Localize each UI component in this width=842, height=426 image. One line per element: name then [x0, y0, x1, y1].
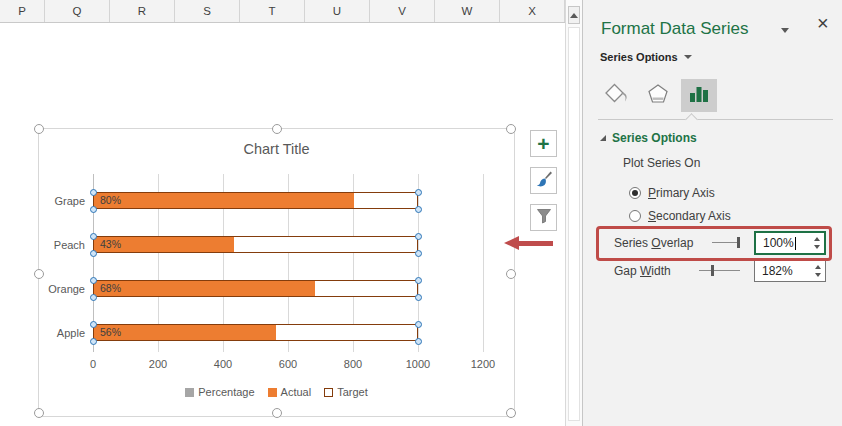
- secondary-axis-label: Secondary Axis: [648, 209, 731, 223]
- secondary-axis-option[interactable]: Secondary Axis: [629, 209, 731, 223]
- chart-selection-handle[interactable]: [34, 124, 44, 134]
- spin-down-icon[interactable]: [815, 273, 821, 277]
- category-axis-label: Apple: [39, 325, 85, 341]
- tab-fill-line[interactable]: [599, 79, 635, 112]
- chart-selection-handle[interactable]: [34, 269, 44, 279]
- spin-up-icon[interactable]: [815, 265, 821, 269]
- pane-tabs: [599, 79, 717, 112]
- legend-item[interactable]: Target: [324, 386, 368, 398]
- axis-tick-label: 600: [266, 358, 310, 370]
- chart-title[interactable]: Chart Title: [39, 141, 514, 157]
- series-overlap-input[interactable]: 100%: [754, 231, 826, 255]
- chart-styles-button[interactable]: [530, 167, 557, 194]
- bar-selection-handle[interactable]: [90, 233, 97, 240]
- chart-selection-handle[interactable]: [506, 408, 516, 418]
- chart-selection-handle[interactable]: [272, 408, 282, 418]
- text-cursor: [795, 237, 796, 250]
- actual-bar[interactable]: [94, 193, 354, 208]
- bar-selection-handle[interactable]: [90, 277, 97, 284]
- column-header[interactable]: Q: [45, 0, 110, 22]
- chart-filters-button[interactable]: [530, 204, 557, 231]
- gap-width-label: Gap Width: [614, 264, 671, 278]
- data-label: 68%: [100, 281, 121, 296]
- gap-width-input[interactable]: 182%: [754, 259, 826, 282]
- bar-selection-handle[interactable]: [90, 294, 97, 301]
- pane-close-button[interactable]: ×: [817, 13, 829, 33]
- pane-title-dropdown-icon[interactable]: [781, 28, 789, 33]
- bar-selection-handle[interactable]: [415, 250, 422, 257]
- bar-selection-handle[interactable]: [415, 338, 422, 345]
- chart-selection-handle[interactable]: [34, 408, 44, 418]
- axis-tick-label: 0: [71, 358, 115, 370]
- column-header[interactable]: T: [240, 0, 305, 22]
- chart-selection-handle[interactable]: [506, 269, 516, 279]
- gap-width-spinner[interactable]: [815, 260, 821, 281]
- scroll-up-button[interactable]: [568, 6, 580, 24]
- vertical-scrollbar[interactable]: [565, 0, 582, 426]
- target-bar[interactable]: 68%: [93, 280, 418, 297]
- column-header[interactable]: R: [110, 0, 175, 22]
- spin-up-icon[interactable]: [814, 237, 820, 241]
- bar-selection-handle[interactable]: [415, 294, 422, 301]
- pane-title: Format Data Series: [601, 19, 753, 43]
- primary-axis-option[interactable]: Primary Axis: [629, 186, 715, 200]
- paintbrush-icon: [535, 170, 553, 192]
- plot-area[interactable]: 020040060080010001200Grape80%Peach43%Ora…: [93, 174, 483, 352]
- gap-width-slider-handle[interactable]: [711, 265, 714, 276]
- column-header[interactable]: W: [435, 0, 500, 22]
- axis-tick-label: 800: [331, 358, 375, 370]
- legend-item[interactable]: Percentage: [185, 386, 254, 398]
- bar-selection-handle[interactable]: [415, 277, 422, 284]
- legend-item[interactable]: Actual: [268, 386, 312, 398]
- bar-selection-handle[interactable]: [415, 206, 422, 213]
- bar-selection-handle[interactable]: [415, 321, 422, 328]
- bar-selection-handle[interactable]: [415, 189, 422, 196]
- column-header[interactable]: V: [370, 0, 435, 22]
- radio-button-icon[interactable]: [629, 210, 641, 222]
- axis-tick-label: 400: [201, 358, 245, 370]
- series-options-section-header[interactable]: Series Options: [600, 131, 697, 145]
- scrollbar-track[interactable]: [568, 27, 580, 421]
- actual-bar[interactable]: [94, 325, 276, 340]
- funnel-icon: [535, 207, 553, 229]
- bar-selection-handle[interactable]: [90, 321, 97, 328]
- column-header[interactable]: U: [305, 0, 370, 22]
- gap-width-slider[interactable]: [699, 270, 740, 271]
- bar-selection-handle[interactable]: [90, 338, 97, 345]
- gap-width-value: 182%: [762, 264, 793, 278]
- tab-effects[interactable]: [640, 79, 676, 112]
- tab-pointer-notch: [685, 113, 698, 126]
- column-headers: PQRSTUVWX: [0, 0, 565, 23]
- target-bar[interactable]: 56%: [93, 324, 418, 341]
- gridline: [483, 174, 484, 352]
- section-title: Series Options: [612, 131, 697, 145]
- column-header[interactable]: P: [0, 0, 45, 22]
- actual-bar[interactable]: [94, 281, 315, 296]
- pentagon-icon: [646, 82, 670, 110]
- series-overlap-slider-handle[interactable]: [737, 237, 740, 248]
- chart-selection-handle[interactable]: [506, 124, 516, 134]
- chart-selection-handle[interactable]: [272, 124, 282, 134]
- chart[interactable]: Chart Title 020040060080010001200Grape80…: [38, 128, 515, 417]
- arrow-head-icon: [504, 236, 519, 250]
- options-dropdown[interactable]: Series Options: [600, 51, 692, 63]
- target-bar[interactable]: 80%: [93, 192, 418, 209]
- bar-selection-handle[interactable]: [90, 206, 97, 213]
- spin-down-icon[interactable]: [814, 245, 820, 249]
- chart-legend[interactable]: PercentageActualTarget: [39, 386, 514, 398]
- series-overlap-label: Series Overlap: [614, 236, 693, 250]
- radio-button-icon[interactable]: [629, 187, 641, 199]
- bar-selection-handle[interactable]: [90, 189, 97, 196]
- column-header[interactable]: X: [500, 0, 565, 22]
- series-overlap-slider[interactable]: [712, 242, 740, 243]
- bar-selection-handle[interactable]: [415, 233, 422, 240]
- target-bar[interactable]: 43%: [93, 236, 418, 253]
- arrow-shaft: [518, 241, 553, 246]
- series-overlap-spinner[interactable]: [814, 233, 820, 253]
- legend-swatch-icon: [185, 388, 194, 397]
- legend-label: Target: [337, 386, 368, 398]
- chart-elements-button[interactable]: +: [530, 130, 557, 157]
- bar-selection-handle[interactable]: [90, 250, 97, 257]
- column-header[interactable]: S: [175, 0, 240, 22]
- tab-series-options[interactable]: [681, 79, 717, 112]
